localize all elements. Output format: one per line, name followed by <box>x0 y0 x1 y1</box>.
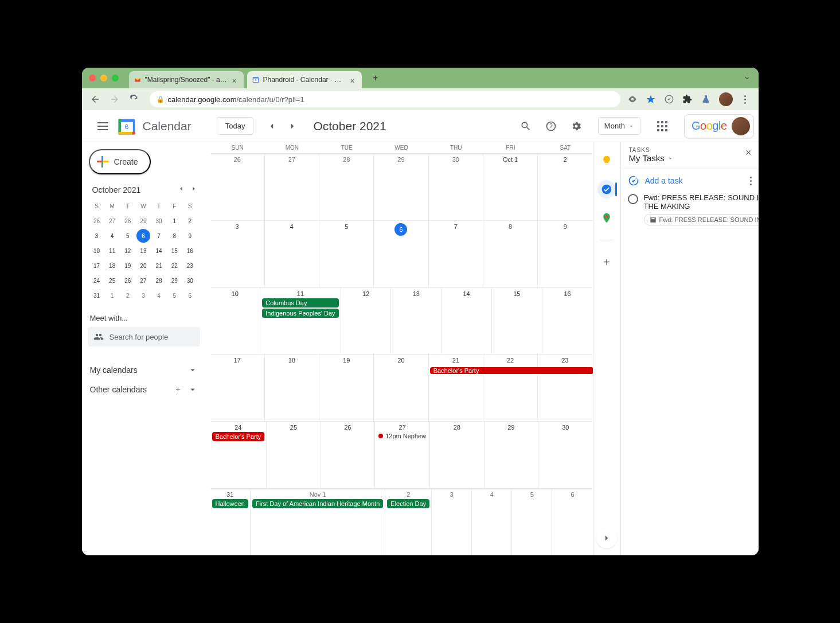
day-cell[interactable]: 26 <box>210 154 265 220</box>
day-cell[interactable]: 7 <box>429 221 483 287</box>
add-addon-button[interactable]: + <box>597 253 616 271</box>
day-cell[interactable]: 28 <box>430 422 484 488</box>
side-panel-toggle[interactable] <box>596 528 617 548</box>
mini-day[interactable]: 4 <box>152 289 166 302</box>
task-attachment-chip[interactable]: Fwd: PRESS RELEASE: SOUND IN ... <box>644 214 759 225</box>
day-cell[interactable]: 27 <box>265 154 319 220</box>
mini-day[interactable]: 6 <box>136 229 150 243</box>
day-cell[interactable]: 29 <box>485 422 538 488</box>
day-cell[interactable]: 2Election Day <box>385 489 432 555</box>
mini-day[interactable]: 18 <box>106 259 119 272</box>
mini-day[interactable]: 9 <box>183 229 197 243</box>
mini-day[interactable]: 2 <box>183 214 197 228</box>
day-cell[interactable]: 11Columbus DayIndigenous Peoples' Day <box>260 288 341 355</box>
day-cell[interactable]: 30 <box>538 422 592 488</box>
google-apps-button[interactable] <box>651 115 674 138</box>
bookmark-star-icon[interactable] <box>646 94 656 104</box>
mini-day[interactable]: 29 <box>167 274 181 287</box>
mini-day[interactable]: 27 <box>136 274 150 287</box>
mini-day[interactable]: 22 <box>167 259 181 272</box>
mini-day[interactable]: 1 <box>167 214 181 228</box>
day-cell[interactable]: 5 <box>319 221 374 287</box>
day-cell[interactable]: 21 <box>429 355 483 421</box>
event-chip[interactable]: 12pm Nephew <box>377 432 428 440</box>
mini-day[interactable]: 25 <box>106 274 119 287</box>
mini-day[interactable]: 19 <box>121 259 135 272</box>
reload-button[interactable] <box>126 91 143 108</box>
day-cell[interactable]: 2 <box>538 154 592 220</box>
close-icon[interactable]: × <box>232 76 239 83</box>
profile-avatar-icon[interactable] <box>719 92 733 106</box>
mini-day[interactable]: 21 <box>152 259 166 272</box>
mini-day[interactable]: 23 <box>183 259 197 272</box>
mini-day[interactable]: 5 <box>167 289 181 302</box>
keep-button[interactable] <box>597 151 616 170</box>
mini-next-button[interactable] <box>190 185 198 194</box>
mini-day[interactable]: 26 <box>90 214 104 228</box>
extension-icon[interactable] <box>664 94 674 104</box>
day-cell[interactable]: 18 <box>265 355 319 421</box>
mini-day[interactable]: 7 <box>152 229 166 243</box>
day-cell[interactable]: 16 <box>542 288 593 355</box>
today-button[interactable]: Today <box>217 117 254 135</box>
day-cell[interactable]: 23 <box>538 355 592 421</box>
eye-icon[interactable] <box>627 94 638 104</box>
new-tab-button[interactable]: + <box>368 70 384 86</box>
mini-day[interactable]: 11 <box>106 244 119 258</box>
day-cell[interactable]: 4 <box>265 221 319 287</box>
day-cell[interactable]: Nov 1First Day of American Indian Herita… <box>251 489 385 555</box>
extensions-puzzle-icon[interactable] <box>682 94 693 104</box>
address-bar[interactable]: 🔒 calendar.google.com/calendar/u/0/r?pli… <box>150 91 620 107</box>
browser-tab[interactable]: "Mailspring/Snoozed" - andrew × <box>129 71 244 88</box>
create-button[interactable]: Create <box>89 149 151 174</box>
day-cell[interactable]: 31Halloween <box>210 489 251 555</box>
search-button[interactable] <box>514 115 537 138</box>
tasks-more-button[interactable] <box>750 177 752 185</box>
mini-day[interactable]: 13 <box>136 244 150 258</box>
mini-day[interactable]: 14 <box>152 244 166 258</box>
settings-button[interactable] <box>565 115 588 138</box>
day-cell[interactable]: 14 <box>442 288 492 355</box>
close-panel-button[interactable]: × <box>745 147 752 159</box>
day-cell[interactable]: 3 <box>210 221 265 287</box>
day-cell[interactable]: 6 <box>374 221 428 287</box>
task-item[interactable]: Fwd: PRESS RELEASE: SOUND IN THE MAKING … <box>628 193 752 225</box>
mini-day[interactable]: 17 <box>90 259 104 272</box>
mini-day[interactable]: 29 <box>136 214 150 228</box>
mini-day[interactable]: 5 <box>121 229 135 243</box>
day-cell[interactable]: 5 <box>512 489 552 555</box>
google-account-badge[interactable]: Google <box>684 114 754 138</box>
other-calendars-section[interactable]: Other calendars + <box>87 380 201 399</box>
mini-day[interactable]: 4 <box>106 229 119 243</box>
close-icon[interactable]: × <box>350 76 357 83</box>
mini-day[interactable]: 8 <box>167 229 181 243</box>
mini-prev-button[interactable] <box>177 185 185 194</box>
main-menu-button[interactable] <box>91 115 114 138</box>
mini-day[interactable]: 12 <box>121 244 135 258</box>
mini-day[interactable]: 28 <box>152 274 166 287</box>
day-cell[interactable]: 17 <box>210 355 265 421</box>
mini-day[interactable]: 26 <box>121 274 135 287</box>
day-cell[interactable]: 12 <box>341 288 392 355</box>
mini-day[interactable]: 31 <box>90 289 104 302</box>
day-cell[interactable]: 20 <box>374 355 428 421</box>
event-chip[interactable]: First Day of American Indian Heritage Mo… <box>252 499 383 508</box>
day-cell[interactable]: 9 <box>538 221 592 287</box>
day-cell[interactable]: 13 <box>391 288 442 355</box>
mini-day[interactable]: 3 <box>90 229 104 243</box>
view-selector[interactable]: Month <box>598 117 640 135</box>
mini-day[interactable]: 1 <box>106 289 119 302</box>
day-cell[interactable]: 28 <box>319 154 374 220</box>
day-cell[interactable]: 3 <box>432 489 472 555</box>
day-cell[interactable]: 24Bachelor's Party <box>210 422 267 488</box>
event-chip[interactable]: Election Day <box>387 499 429 508</box>
tab-overflow-button[interactable]: › <box>743 77 752 80</box>
day-cell[interactable]: 26 <box>321 422 375 488</box>
flask-icon[interactable] <box>701 94 711 104</box>
help-button[interactable]: ? <box>540 115 562 138</box>
window-close-icon[interactable] <box>89 75 96 81</box>
tasks-button[interactable] <box>597 180 616 198</box>
browser-menu-button[interactable] <box>741 95 749 104</box>
add-calendar-button[interactable]: + <box>175 384 180 395</box>
browser-tab-active[interactable]: 6 Phandroid - Calendar - October × <box>247 71 362 88</box>
